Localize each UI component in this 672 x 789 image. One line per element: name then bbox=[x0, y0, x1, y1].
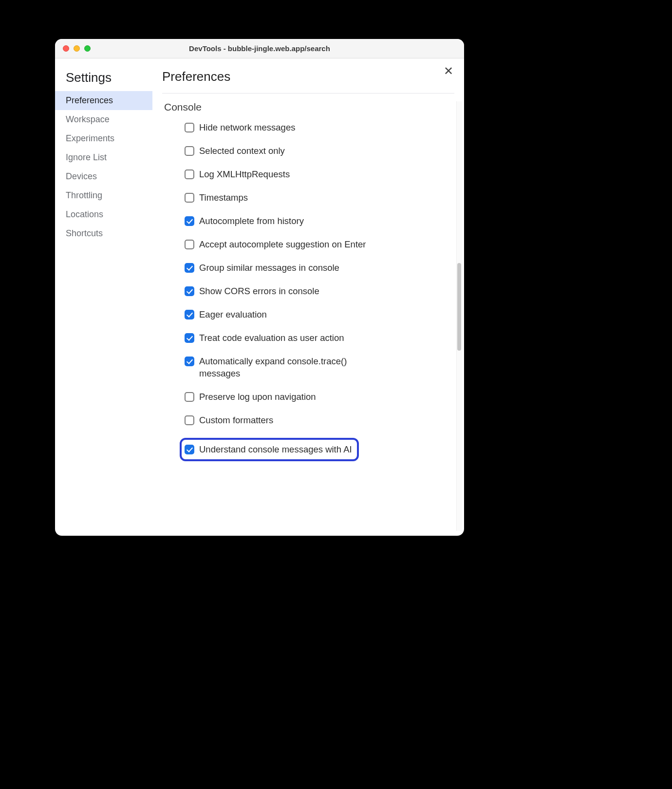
minimize-window-button[interactable] bbox=[74, 45, 80, 52]
option-label[interactable]: Autocomplete from history bbox=[199, 215, 304, 227]
option-row: Group similar messages in console bbox=[185, 262, 430, 274]
option-row: Hide network messages bbox=[185, 122, 430, 133]
sidebar-item-workspace[interactable]: Workspace bbox=[55, 110, 152, 129]
titlebar: DevTools - bubble-jingle.web.app/search bbox=[55, 39, 464, 58]
option-label[interactable]: Hide network messages bbox=[199, 122, 295, 133]
sidebar-item-devices[interactable]: Devices bbox=[55, 167, 152, 186]
option-label[interactable]: Eager evaluation bbox=[199, 309, 267, 320]
option-row: Custom formatters bbox=[185, 414, 430, 426]
checkbox[interactable] bbox=[185, 333, 194, 343]
option-label[interactable]: Log XMLHttpRequests bbox=[199, 169, 290, 180]
zoom-window-button[interactable] bbox=[84, 45, 91, 52]
option-row: Automatically expand console.trace() mes… bbox=[185, 356, 430, 379]
option-row: Show CORS errors in console bbox=[185, 285, 430, 297]
divider bbox=[162, 93, 454, 94]
section-heading-console: Console bbox=[164, 101, 454, 113]
window-title: DevTools - bubble-jingle.web.app/search bbox=[55, 44, 464, 53]
checkbox[interactable] bbox=[185, 445, 194, 454]
option-label[interactable]: Accept autocomplete suggestion on Enter bbox=[199, 239, 366, 250]
sidebar-item-locations[interactable]: Locations bbox=[55, 205, 152, 224]
window-controls bbox=[55, 45, 91, 52]
option-label[interactable]: Preserve log upon navigation bbox=[199, 391, 316, 403]
sidebar-item-throttling[interactable]: Throttling bbox=[55, 186, 152, 205]
checkbox[interactable] bbox=[185, 415, 194, 425]
checkbox[interactable] bbox=[185, 357, 194, 366]
option-label[interactable]: Selected context only bbox=[199, 145, 285, 157]
checkbox[interactable] bbox=[185, 286, 194, 296]
option-row: Selected context only bbox=[185, 145, 430, 157]
sidebar-item-shortcuts[interactable]: Shortcuts bbox=[55, 224, 152, 243]
option-row: Log XMLHttpRequests bbox=[185, 169, 430, 180]
option-label[interactable]: Automatically expand console.trace() mes… bbox=[199, 356, 384, 379]
option-row: Eager evaluation bbox=[185, 309, 430, 320]
options-list: Hide network messagesSelected context on… bbox=[162, 122, 454, 480]
option-row: Accept autocomplete suggestion on Enter bbox=[185, 239, 430, 250]
option-row: Preserve log upon navigation bbox=[185, 391, 430, 403]
checkbox[interactable] bbox=[185, 216, 194, 226]
settings-content: Settings PreferencesWorkspaceExperiments… bbox=[55, 58, 464, 536]
sidebar-item-ignore-list[interactable]: Ignore List bbox=[55, 148, 152, 167]
settings-main: ✕ Preferences Console Hide network messa… bbox=[152, 58, 464, 536]
option-label[interactable]: Timestamps bbox=[199, 192, 248, 204]
option-row: Autocomplete from history bbox=[185, 215, 430, 227]
devtools-window: DevTools - bubble-jingle.web.app/search … bbox=[55, 39, 464, 536]
close-window-button[interactable] bbox=[63, 45, 69, 52]
checkbox[interactable] bbox=[185, 263, 194, 273]
option-label[interactable]: Group similar messages in console bbox=[199, 262, 339, 274]
sidebar-item-experiments[interactable]: Experiments bbox=[55, 129, 152, 148]
option-row: Timestamps bbox=[185, 192, 430, 204]
checkbox[interactable] bbox=[185, 123, 194, 132]
checkbox[interactable] bbox=[185, 240, 194, 249]
option-label[interactable]: Custom formatters bbox=[199, 414, 273, 426]
sidebar-item-preferences[interactable]: Preferences bbox=[55, 91, 152, 110]
scrollbar-thumb[interactable] bbox=[457, 263, 461, 351]
option-label[interactable]: Treat code evaluation as user action bbox=[199, 332, 344, 344]
option-label[interactable]: Understand console messages with AI bbox=[199, 444, 352, 455]
option-row: Understand console messages with AI bbox=[180, 438, 359, 461]
settings-sidebar: Settings PreferencesWorkspaceExperiments… bbox=[55, 58, 152, 536]
checkbox[interactable] bbox=[185, 146, 194, 156]
option-label[interactable]: Show CORS errors in console bbox=[199, 285, 319, 297]
checkbox[interactable] bbox=[185, 310, 194, 319]
close-icon[interactable]: ✕ bbox=[444, 65, 453, 77]
sidebar-heading: Settings bbox=[55, 70, 152, 91]
checkbox[interactable] bbox=[185, 193, 194, 203]
checkbox[interactable] bbox=[185, 169, 194, 179]
page-title: Preferences bbox=[162, 69, 454, 84]
checkbox[interactable] bbox=[185, 392, 194, 402]
option-row: Treat code evaluation as user action bbox=[185, 332, 430, 344]
